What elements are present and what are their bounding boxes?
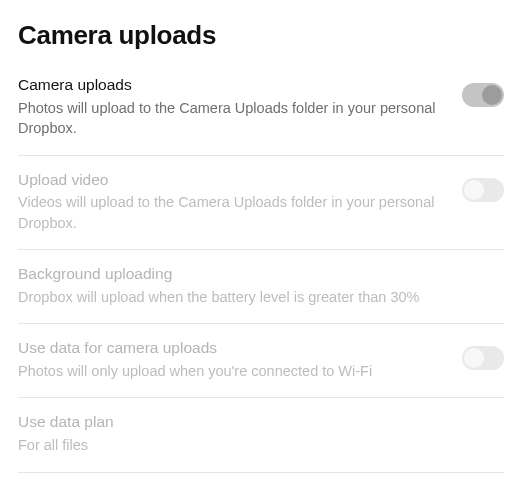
setting-text: Upload videoVideos will upload to the Ca…: [18, 170, 462, 234]
setting-text: Background uploadingDropbox will upload …: [18, 264, 504, 307]
setting-title: Use data for camera uploads: [18, 338, 446, 359]
toggle-switch[interactable]: [462, 83, 504, 107]
setting-description: Videos will upload to the Camera Uploads…: [18, 192, 446, 233]
toggle-switch: [462, 346, 504, 370]
setting-description: Photos will upload to the Camera Uploads…: [18, 98, 446, 139]
setting-row: Upload videoVideos will upload to the Ca…: [18, 156, 504, 251]
setting-text: Camera uploadsPhotos will upload to the …: [18, 75, 462, 139]
setting-description: Dropbox will upload when the battery lev…: [18, 287, 488, 307]
setting-row: Camera uploadsPhotos will upload to the …: [18, 75, 504, 156]
setting-description: Photos will only upload when you're conn…: [18, 361, 446, 381]
setting-description: For all files: [18, 435, 488, 455]
setting-title: Camera uploads: [18, 75, 446, 96]
toggle-knob: [464, 348, 484, 368]
settings-list: Camera uploadsPhotos will upload to the …: [18, 75, 504, 473]
setting-title: Upload video: [18, 170, 446, 191]
setting-title: Background uploading: [18, 264, 488, 285]
toggle-knob: [464, 180, 484, 200]
toggle-knob: [482, 85, 502, 105]
setting-row: Background uploadingDropbox will upload …: [18, 250, 504, 324]
setting-title: Use data plan: [18, 412, 488, 433]
page-title: Camera uploads: [18, 20, 504, 51]
setting-text: Use data planFor all files: [18, 412, 504, 455]
setting-row: Use data for camera uploadsPhotos will o…: [18, 324, 504, 398]
setting-row: Use data planFor all files: [18, 398, 504, 472]
toggle-switch: [462, 178, 504, 202]
setting-text: Use data for camera uploadsPhotos will o…: [18, 338, 462, 381]
